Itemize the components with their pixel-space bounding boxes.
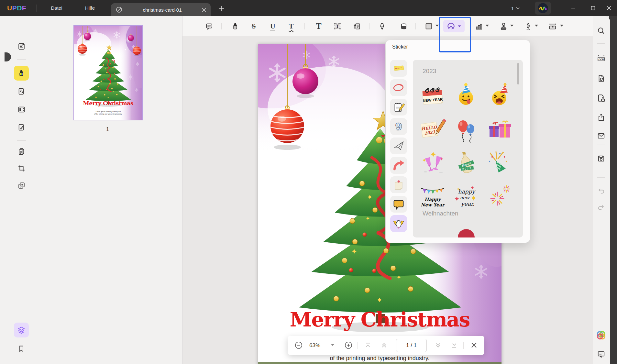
shapes-tool-button[interactable] [422,20,435,33]
sticker-happy-new-year-bunting[interactable]: HappyNew Year [419,182,446,210]
share-icon [597,113,605,122]
first-page-button[interactable] [361,339,374,352]
eraser-tool-button[interactable] [397,20,410,33]
zoom-dropdown-chevron[interactable] [331,344,334,346]
close-button[interactable] [601,0,617,16]
menu-datei[interactable]: Datei [47,0,66,16]
sticker-gift-boxes[interactable] [485,116,513,143]
pencil-tool-button[interactable] [376,20,389,33]
menu-hilfe[interactable]: Hilfe [80,0,100,16]
chart-dropdown-chevron[interactable] [486,25,489,27]
category-red-circle[interactable] [390,79,407,96]
category-paper-plane[interactable] [390,138,407,154]
undo-button[interactable] [595,184,607,197]
logo-letter: U [7,4,12,12]
sticker-balloons[interactable] [452,116,480,143]
protect-button[interactable] [595,92,607,104]
reader-icon [17,42,26,50]
squiggly-tool-button[interactable]: T [285,20,298,33]
highlighter-tool-button[interactable] [229,20,242,33]
document-tab[interactable]: christmas-card-01 [111,3,211,16]
tab-title: christmas-card-01 [123,7,202,13]
account-avatar[interactable] [535,2,551,15]
svg-text:new: new [460,195,470,200]
page-number-input[interactable]: 1 / 1 [396,339,427,352]
close-tab-icon[interactable] [202,8,206,12]
zoom-level-value[interactable]: 63% [306,336,324,355]
convert-page-button[interactable] [595,72,607,84]
sticker-fireworks[interactable] [485,182,513,210]
category-doodle-bird[interactable] [390,215,407,232]
sidebar-item-crop[interactable] [14,161,29,176]
sidebar-item-page-edit[interactable] [14,84,29,99]
sticker-partial-next-row[interactable] [458,229,475,237]
page-thumbnail[interactable]: Merry Christmas Lorem Ipsum is simply du… [73,25,143,120]
sidebar-item-convert[interactable] [14,144,29,159]
ocr-button[interactable]: OCR [595,52,607,64]
sticker-happy-new-year-script[interactable]: happynewyear. [452,182,480,210]
comment-icon [205,22,213,30]
sticker-hello-2023-note[interactable]: HELLO2023 [419,116,446,143]
category-pinned-note[interactable] [390,176,407,193]
page-indicator-dropdown[interactable]: 1 [511,0,520,16]
sticker-new-year-calendar[interactable]: NEW YEAR [419,82,446,109]
redo-button[interactable] [595,201,607,213]
share-button[interactable] [595,111,607,124]
next-page-button[interactable] [432,339,445,352]
scrollbar-thumb[interactable] [517,63,519,84]
speech-bubble-icon [391,197,406,211]
chart-tool-button[interactable] [472,20,485,33]
shapes-dropdown-chevron[interactable] [435,25,439,27]
svg-text:Happy: Happy [424,197,442,202]
updf-logo: U P D F [7,0,26,16]
right-divider [597,145,605,145]
new-tab-button[interactable] [217,4,226,13]
measure-tool-button[interactable] [546,20,559,33]
sticker-champagne-glasses[interactable] [419,149,446,177]
measure-dropdown-chevron[interactable] [560,25,563,27]
sticker-champagne-bottle[interactable]: Happy2023 [452,149,480,177]
last-page-button[interactable] [448,339,461,352]
category-number-nine[interactable]: 9 [390,118,407,135]
underline-tool-button[interactable]: U [266,20,279,33]
previous-page-button[interactable] [378,339,391,352]
sidebar-item-organize[interactable] [14,102,29,117]
textbox-tool-button[interactable]: T [331,20,344,33]
category-speech-bubble[interactable] [390,196,407,213]
ai-assistant-button[interactable] [595,329,607,341]
signature-dropdown-chevron[interactable] [535,25,538,27]
strikethrough-tool-button[interactable]: S [247,20,260,33]
maximize-button[interactable] [585,0,601,16]
right-edge-strip [609,0,617,364]
sidebar-item-layers[interactable] [14,323,29,337]
sidebar-item-reader[interactable] [14,39,29,54]
sticker-party-popper[interactable] [485,149,513,177]
typewriter-tool-button[interactable] [350,20,363,33]
search-button[interactable] [595,25,607,37]
sidebar-item-annotate[interactable] [14,66,29,81]
zoom-in-button[interactable] [342,339,355,352]
sticker-laughing-party-face[interactable] [485,82,513,109]
stamp-dropdown-chevron[interactable] [510,25,513,27]
close-zoombar-button[interactable] [468,339,480,352]
save-button[interactable] [595,152,607,165]
sticker-party-face-tongue[interactable] [452,82,480,109]
comment-tool-button[interactable] [203,20,215,33]
sidebar-item-page-copies[interactable] [14,178,29,193]
stamp-tool-button[interactable] [497,20,510,33]
plus-circle-icon [344,341,353,349]
feedback-button[interactable] [595,348,607,360]
toolbar-border [182,36,593,36]
email-button[interactable] [595,130,607,142]
toolbar-divider [304,23,305,29]
minimize-button[interactable] [566,0,581,16]
category-note-tag[interactable] [390,60,407,77]
category-red-arrow[interactable] [390,157,407,174]
category-notepad[interactable] [390,99,407,116]
sidebar-item-attachment[interactable] [14,361,29,364]
sidebar-item-bookmark[interactable] [14,341,29,356]
signature-tool-button[interactable] [522,20,534,33]
zoom-out-button[interactable] [292,339,305,352]
sidebar-item-fill-sign[interactable] [14,120,29,135]
text-tool-button[interactable]: T [312,20,325,33]
